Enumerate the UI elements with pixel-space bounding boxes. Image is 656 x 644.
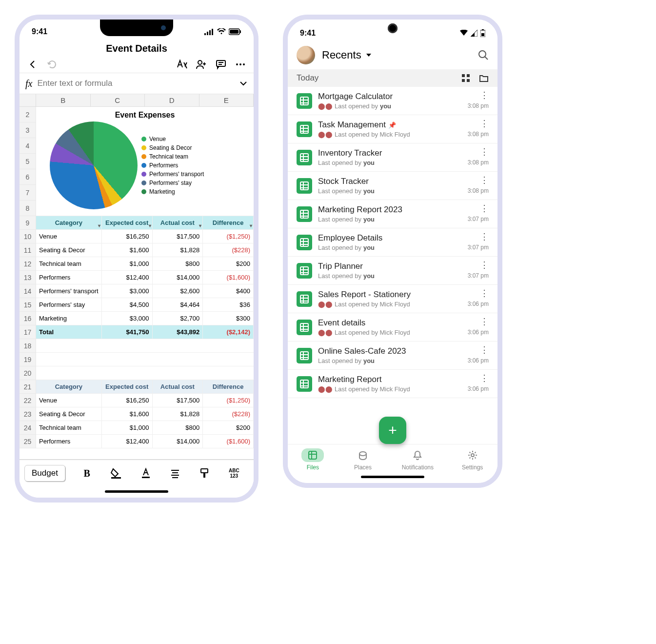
folder-view-button[interactable] [479,74,489,82]
table-row[interactable]: Performers' transport$3,000$2,600$400 [36,284,254,298]
file-more-button[interactable]: ⋮ [480,93,489,98]
sheet-file-icon [297,178,312,194]
table-header-2[interactable]: Category Expected cost Actual cost Diffe… [36,380,254,394]
table-row[interactable]: Technical team$1,000$800$200 [36,257,254,271]
search-icon [478,50,489,60]
column-headers[interactable]: B C D E [20,94,254,107]
sheet-tab-budget[interactable]: Budget [24,465,65,482]
home-indicator-android[interactable] [361,476,424,478]
list-item[interactable]: Employee Details Last opened by you ⋮ 3:… [288,228,497,257]
table-row[interactable]: Performers$12,400$14,000($1,600) [36,435,254,448]
chevron-down-icon [365,52,372,59]
align-button[interactable] [168,466,182,480]
table-row[interactable]: Venue$16,250$17,500($1,250) [36,230,254,243]
file-more-button[interactable]: ⋮ [480,376,489,381]
list-item[interactable]: Online Sales-Cafe 2023 Last opened by yo… [288,342,497,370]
signal-icon [471,30,477,37]
nav-notifications[interactable]: Notifications [402,448,434,471]
file-more-button[interactable]: ⋮ [480,291,489,296]
table-row[interactable]: Seating & Decor$1,600$1,828($228) [36,407,254,421]
wifi-icon [217,28,226,35]
sheet-file-icon [297,235,312,250]
file-more-button[interactable]: ⋮ [480,121,489,126]
nav-places[interactable]: Places [352,448,374,471]
table-row[interactable]: Technical team$1,000$800$200 [36,421,254,435]
nav-files[interactable]: Files [301,448,324,471]
svg-rect-18 [481,33,484,36]
svg-point-9 [236,63,238,65]
battery-icon [480,29,485,37]
table-row[interactable]: Venue$16,250$17,500($1,250) [36,394,254,407]
file-more-button[interactable]: ⋮ [480,178,489,182]
format-painter-button[interactable] [198,466,211,480]
grid-view-button[interactable] [461,74,470,82]
status-time: 9:41 [32,27,47,36]
table-row[interactable]: Performers' stay$4,500$4,464$36 [36,298,254,312]
list-item[interactable]: Inventory Tracker Last opened by you ⋮ 3… [288,143,497,172]
share-button[interactable] [195,58,208,71]
svg-rect-33 [300,352,308,360]
svg-rect-35 [309,451,317,459]
table-row[interactable]: Performers$12,400$14,000($1,600) [36,271,254,284]
phone-android: 9:41 Recents Today [283,15,502,488]
search-button[interactable] [478,50,489,60]
file-more-button[interactable]: ⋮ [480,347,489,352]
fab-add-button[interactable]: + [379,417,406,444]
sheet-file-icon [297,93,312,109]
bold-button[interactable]: B [80,466,94,480]
comment-button[interactable] [215,58,227,71]
signal-icon [204,28,214,35]
file-more-button[interactable]: ⋮ [480,149,489,154]
svg-rect-5 [230,30,239,34]
table-row[interactable]: Marketing$3,000$2,700$300 [36,312,254,325]
iphone-notch [100,20,173,36]
svg-rect-13 [142,477,150,478]
chart-pie[interactable]: Event Expenses VenueSeating & DecorTechn… [36,107,254,216]
svg-rect-23 [467,79,470,82]
undo-button[interactable] [46,58,59,71]
list-item[interactable]: Stock Tracker Last opened by you ⋮ 3:08 … [288,172,497,200]
list-item[interactable]: Marketing Report ⬤⬤ Last opened by Mick … [288,370,497,398]
list-item[interactable]: Task Management 📌 ⬤⬤ Last opened by Mick… [288,115,497,143]
recents-dropdown[interactable]: Recents [322,49,372,61]
more-button[interactable] [234,58,247,71]
section-label: Today [297,73,318,83]
pie-graphic [50,121,138,209]
sheet-file-icon [297,206,312,222]
home-indicator[interactable] [105,490,168,493]
svg-point-19 [479,51,486,58]
row-headers[interactable]: 2345678910111213141516171819202122232425 [20,107,36,448]
chart-legend: VenueSeating & DecorTechnical teamPerfor… [141,136,204,195]
svg-rect-22 [462,79,465,82]
fill-color-button[interactable] [109,466,123,480]
table-row[interactable]: Seating & Decor$1,600$1,828($228) [36,243,254,257]
phone-iphone: 9:41 Event Details [15,15,258,503]
table-header[interactable]: Category▾ Expected cost▾ Actual cost▾ Di… [36,216,254,230]
svg-rect-1 [207,32,208,35]
svg-rect-12 [111,477,121,479]
text-color-button[interactable] [139,466,153,480]
list-item[interactable]: Trip Planner Last opened by you ⋮ 3:07 p… [288,257,497,285]
svg-point-36 [471,454,474,457]
formula-input[interactable] [37,79,234,88]
table-total-row[interactable]: Total $41,750 $43,892 ($2,142) [36,325,254,339]
sheet-file-icon [297,150,312,165]
file-more-button[interactable]: ⋮ [480,319,489,324]
fx-icon: fx [25,78,32,89]
file-more-button[interactable]: ⋮ [480,262,489,267]
list-item[interactable]: Mortgage Calculator ⬤⬤ Last opened by yo… [288,87,497,115]
font-style-button[interactable] [176,58,188,71]
file-more-button[interactable]: ⋮ [480,234,489,239]
battery-icon [229,28,241,35]
formula-expand-button[interactable] [239,79,248,88]
abc-123-button[interactable]: ABC 123 [227,466,241,480]
nav-settings[interactable]: Settings [461,448,484,471]
list-item[interactable]: Marketing Report 2023 Last opened by you… [288,200,497,228]
back-button[interactable] [26,58,39,71]
list-item[interactable]: Sales Report - Stationery ⬤⬤ Last opened… [288,285,497,313]
wifi-icon [460,30,468,37]
svg-point-11 [243,63,245,65]
avatar[interactable] [297,46,315,64]
list-item[interactable]: Event details ⬤⬤ Last opened by Mick Flo… [288,313,497,342]
file-more-button[interactable]: ⋮ [480,206,489,211]
